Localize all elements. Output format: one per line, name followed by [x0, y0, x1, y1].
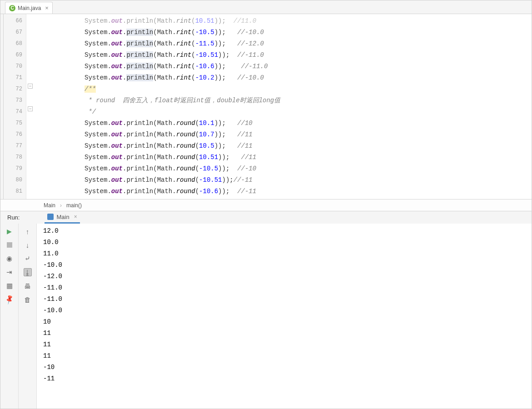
run-config-tab[interactable]: Main ×	[45, 212, 80, 224]
code-line: System.out.println(Math.round(10.1)); //…	[35, 118, 532, 129]
line-number: 79	[4, 163, 22, 175]
output-line: 11	[43, 328, 532, 339]
code-line: * round 四舍五入，float时返回int值，double时返回long值	[35, 95, 532, 106]
line-number: 75	[4, 118, 22, 129]
line-number: 74	[4, 106, 22, 118]
pin-icon[interactable]: 📌	[4, 294, 15, 305]
output-line: -11	[43, 373, 532, 384]
fold-toggle-icon[interactable]: –	[28, 84, 33, 89]
exit-icon[interactable]: ⇥	[5, 268, 14, 276]
close-icon[interactable]: ×	[74, 214, 77, 220]
scroll-to-end-icon[interactable]: ⭳	[24, 268, 32, 276]
line-number: 77	[4, 140, 22, 152]
run-console: ▶ ◉ ⇥ ▦ 📌 ↑ ↓ ⤶ ⭳ 🖶 🗑 12.010.011.0-10.0-…	[0, 224, 532, 409]
trash-icon[interactable]: 🗑	[24, 295, 32, 304]
crumb-class[interactable]: Main	[44, 202, 55, 209]
line-number: 67	[4, 27, 22, 38]
output-line: 11	[43, 350, 532, 362]
close-icon[interactable]: ×	[45, 5, 49, 11]
arrow-down-icon[interactable]: ↓	[24, 241, 32, 249]
code-line: System.out.println(Math.rint(-10.6)); //…	[35, 61, 532, 72]
code-line: System.out.println(Math.round(-10.51));/…	[35, 175, 532, 186]
line-number: 71	[4, 72, 22, 84]
code-line: System.out.println(Math.round(10.5)); //…	[35, 140, 532, 152]
editor-tabbar: C Main.java ×	[0, 0, 532, 14]
code-line: System.out.println(Math.round(-10.6)); /…	[35, 186, 532, 197]
code-line: System.out.println(Math.rint(-10.2)); //…	[35, 72, 532, 84]
arrow-up-icon[interactable]: ↑	[24, 227, 32, 235]
line-number: 72	[4, 84, 22, 95]
console-output[interactable]: 12.010.011.0-10.0-12.0-11.0-11.0-10.0101…	[37, 224, 532, 409]
line-number: 69	[4, 50, 22, 61]
crumb-method[interactable]: main()	[66, 202, 82, 209]
output-line: 11.0	[43, 248, 532, 259]
code-line: System.out.println(Math.rint(-10.5)); //…	[35, 27, 532, 38]
code-line: System.out.println(Math.round(-10.2)); /…	[35, 197, 532, 199]
line-number-gutter: 666768697071727374757677787980818283	[4, 14, 26, 199]
output-line: -11.0	[43, 282, 532, 294]
rerun-icon[interactable]: ▶	[5, 227, 14, 235]
file-tab-main[interactable]: C Main.java ×	[5, 2, 53, 14]
output-line: -10	[43, 362, 532, 373]
output-line: -10.0	[43, 305, 532, 316]
java-class-icon: C	[9, 5, 15, 11]
fold-column: – –	[26, 14, 35, 199]
line-number: 66	[4, 15, 22, 27]
output-line: 10	[43, 316, 532, 328]
run-toolbar-left: ▶ ◉ ⇥ ▦ 📌	[0, 224, 19, 409]
layout-icon[interactable]: ▦	[5, 282, 14, 290]
line-number: 73	[4, 95, 22, 106]
camera-icon[interactable]: ◉	[5, 254, 14, 263]
run-toolbar: Run: Main ×	[0, 211, 532, 224]
print-icon[interactable]: 🖶	[24, 282, 32, 290]
code-line: */	[35, 106, 532, 118]
output-line: -11.0	[43, 294, 532, 305]
code-line: System.out.println(Math.round(10.51)); /…	[35, 152, 532, 163]
stop-icon[interactable]	[5, 241, 14, 249]
code-line: System.out.println(Math.round(-10.5)); /…	[35, 163, 532, 175]
application-icon	[47, 214, 54, 220]
output-line: -12.0	[43, 271, 532, 282]
output-line: -10.0	[43, 259, 532, 271]
breadcrumb: Main › main()	[0, 199, 532, 211]
line-number: 80	[4, 175, 22, 186]
output-line: 10.0	[43, 237, 532, 248]
line-number: 76	[4, 129, 22, 140]
soft-wrap-icon[interactable]: ⤶	[24, 254, 32, 263]
code-line: System.out.println(Math.rint(10.51)); //…	[35, 15, 532, 27]
code-line: System.out.println(Math.rint(-10.51)); /…	[35, 50, 532, 61]
line-number: 81	[4, 186, 22, 197]
output-line: 11	[43, 339, 532, 350]
code-area[interactable]: System.out.println(Math.rint(10.51)); //…	[35, 14, 532, 199]
run-toolbar-mid: ↑ ↓ ⤶ ⭳ 🖶 🗑	[19, 224, 37, 409]
line-number: 70	[4, 61, 22, 72]
run-config-name: Main	[56, 214, 69, 220]
code-line: /**	[35, 84, 532, 95]
code-line: System.out.println(Math.rint(-11.5)); //…	[35, 38, 532, 50]
code-editor[interactable]: 666768697071727374757677787980818283 – –…	[0, 14, 532, 199]
line-number: 68	[4, 38, 22, 50]
chevron-right-icon: ›	[60, 202, 62, 209]
line-number: 78	[4, 152, 22, 163]
output-line: 12.0	[43, 225, 532, 237]
tab-label: Main.java	[18, 5, 41, 11]
code-line: System.out.println(Math.round(10.7)); //…	[35, 129, 532, 140]
run-label: Run:	[7, 214, 20, 221]
fold-toggle-icon[interactable]: –	[28, 106, 33, 111]
